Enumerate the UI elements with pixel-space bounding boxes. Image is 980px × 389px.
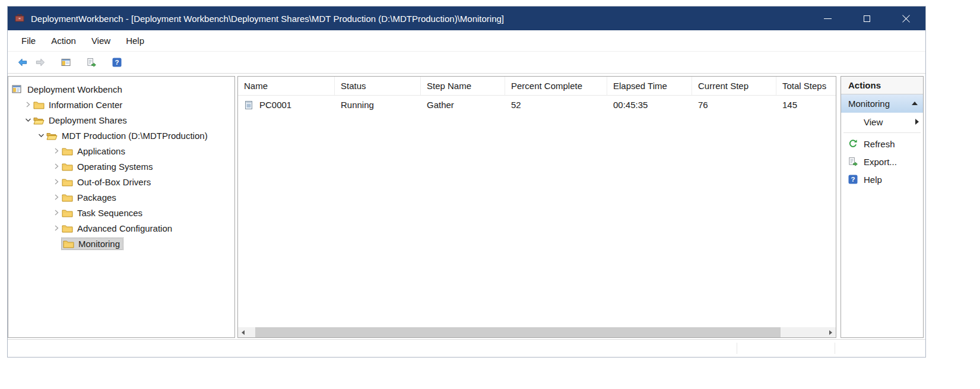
chevron-right-icon[interactable] bbox=[51, 192, 62, 202]
tree-item-label: Out-of-Box Drivers bbox=[77, 177, 151, 187]
selected-tree-item[interactable]: Monitoring bbox=[62, 238, 123, 249]
folder-icon bbox=[62, 146, 74, 156]
cell-elapsed-time: 00:45:35 bbox=[607, 100, 692, 110]
chevron-right-icon[interactable] bbox=[51, 223, 62, 233]
actions-group-label: Monitoring bbox=[848, 99, 912, 109]
title-bar: DeploymentWorkbench - [Deployment Workbe… bbox=[8, 7, 925, 30]
folder-icon bbox=[62, 162, 74, 171]
actions-group-monitoring[interactable]: Monitoring bbox=[841, 94, 923, 113]
column-header-label: Status bbox=[341, 81, 366, 91]
folder-icon bbox=[62, 177, 74, 186]
chevron-right-icon[interactable] bbox=[51, 177, 62, 186]
column-header-label: Name bbox=[244, 81, 268, 91]
column-header-label: Elapsed Time bbox=[613, 81, 667, 91]
export-icon bbox=[848, 157, 859, 166]
scrollbar-thumb[interactable] bbox=[255, 327, 781, 337]
scroll-right-icon bbox=[829, 330, 832, 335]
maximize-icon bbox=[864, 15, 870, 22]
tree-item-out-of-box-drivers[interactable]: Out-of-Box Drivers bbox=[8, 174, 234, 189]
actions-separator bbox=[843, 132, 921, 133]
chevron-down-icon[interactable] bbox=[36, 131, 46, 140]
actions-pane: Actions Monitoring View Refresh Export. bbox=[841, 76, 924, 338]
close-button[interactable] bbox=[886, 7, 925, 30]
tree-item-label: Advanced Configuration bbox=[77, 223, 172, 233]
forward-button[interactable] bbox=[31, 54, 49, 71]
menu-file[interactable]: File bbox=[14, 30, 43, 51]
export-list-icon bbox=[87, 58, 96, 67]
tree-item-packages[interactable]: Packages bbox=[8, 189, 234, 205]
tree-item-deployment-workbench[interactable]: Deployment Workbench bbox=[8, 81, 234, 97]
column-header-name[interactable]: Name bbox=[238, 77, 335, 95]
tree-item-monitoring[interactable]: Monitoring bbox=[8, 236, 234, 251]
chevron-right-icon[interactable] bbox=[51, 146, 62, 156]
refresh-icon bbox=[848, 139, 859, 148]
chevron-right-icon[interactable] bbox=[51, 162, 62, 171]
console-tree-pane: Deployment Workbench Information Center … bbox=[8, 76, 235, 338]
tree-item-information-center[interactable]: Information Center bbox=[8, 97, 234, 112]
tree-item-applications[interactable]: Applications bbox=[8, 143, 234, 159]
folder-icon bbox=[62, 208, 74, 217]
main-area: Deployment Workbench Information Center … bbox=[8, 74, 925, 339]
maximize-button[interactable] bbox=[847, 7, 886, 30]
help-button[interactable] bbox=[108, 54, 126, 71]
scroll-left-button[interactable] bbox=[238, 327, 248, 337]
tree-item-deployment-shares[interactable]: Deployment Shares bbox=[8, 112, 234, 128]
table-row[interactable]: PC0001 Running Gather 52 00:45:35 76 145 bbox=[238, 96, 836, 114]
folder-icon bbox=[62, 223, 74, 233]
chevron-right-icon[interactable] bbox=[51, 208, 62, 217]
action-view[interactable]: View bbox=[841, 113, 923, 131]
minimize-icon bbox=[824, 18, 832, 19]
status-bar-divider bbox=[737, 343, 737, 354]
export-list-button[interactable] bbox=[83, 54, 100, 71]
cell-step-name: Gather bbox=[421, 100, 505, 110]
column-header-total-steps[interactable]: Total Steps bbox=[776, 77, 836, 95]
monitoring-list-pane: Name Status Step Name Percent Complete E… bbox=[237, 76, 836, 338]
chevron-down-icon[interactable] bbox=[23, 115, 33, 125]
tree-item-label: Packages bbox=[77, 192, 116, 203]
column-header-status[interactable]: Status bbox=[335, 77, 421, 95]
window-title: DeploymentWorkbench - [Deployment Workbe… bbox=[31, 14, 504, 24]
cell-name-value: PC0001 bbox=[259, 100, 291, 110]
scroll-left-icon bbox=[242, 330, 245, 335]
submenu-arrow-icon bbox=[915, 119, 919, 125]
action-label: Refresh bbox=[864, 139, 895, 149]
folder-open-icon bbox=[33, 115, 45, 125]
show-console-tree-button[interactable] bbox=[57, 54, 75, 71]
scrollbar-track[interactable] bbox=[248, 327, 826, 337]
tree-item-label: Monitoring bbox=[78, 239, 120, 249]
chevron-right-icon[interactable] bbox=[23, 100, 33, 109]
action-export[interactable]: Export... bbox=[841, 153, 923, 170]
tree-item-advanced-configuration[interactable]: Advanced Configuration bbox=[8, 220, 234, 236]
tree-item-operating-systems[interactable]: Operating Systems bbox=[8, 159, 234, 174]
horizontal-scrollbar[interactable] bbox=[238, 327, 836, 337]
column-header-elapsed-time[interactable]: Elapsed Time bbox=[607, 77, 692, 95]
tree-item-label: MDT Production (D:\MDTProduction) bbox=[62, 131, 208, 141]
action-refresh[interactable]: Refresh bbox=[841, 135, 923, 153]
column-header-step-name[interactable]: Step Name bbox=[421, 77, 505, 95]
console-tree-icon bbox=[61, 58, 71, 67]
menu-view[interactable]: View bbox=[84, 30, 118, 51]
tree-item-task-sequences[interactable]: Task Sequences bbox=[8, 205, 234, 220]
close-icon bbox=[902, 14, 911, 23]
column-header-current-step[interactable]: Current Step bbox=[692, 77, 776, 95]
column-header-label: Total Steps bbox=[782, 81, 826, 91]
column-header-label: Current Step bbox=[698, 81, 749, 91]
column-header-label: Percent Complete bbox=[511, 81, 582, 91]
folder-open-icon bbox=[46, 131, 58, 140]
actions-title: Actions bbox=[841, 77, 923, 94]
minimize-button[interactable] bbox=[808, 7, 847, 30]
scroll-right-button[interactable] bbox=[826, 327, 836, 337]
tree-item-label: Applications bbox=[77, 146, 125, 156]
back-button[interactable] bbox=[14, 54, 31, 71]
tree-item-label: Operating Systems bbox=[77, 162, 153, 172]
column-header-percent-complete[interactable]: Percent Complete bbox=[505, 77, 607, 95]
menu-help[interactable]: Help bbox=[118, 30, 152, 51]
menu-action[interactable]: Action bbox=[43, 30, 84, 51]
menu-bar: File Action View Help bbox=[8, 30, 925, 52]
computer-icon bbox=[244, 100, 256, 110]
action-help[interactable]: Help bbox=[841, 170, 923, 188]
list-header: Name Status Step Name Percent Complete E… bbox=[238, 77, 836, 96]
deployment-workbench-window: DeploymentWorkbench - [Deployment Workbe… bbox=[7, 6, 926, 358]
collapse-up-icon[interactable] bbox=[912, 102, 918, 105]
tree-item-mdt-production[interactable]: MDT Production (D:\MDTProduction) bbox=[8, 128, 234, 143]
